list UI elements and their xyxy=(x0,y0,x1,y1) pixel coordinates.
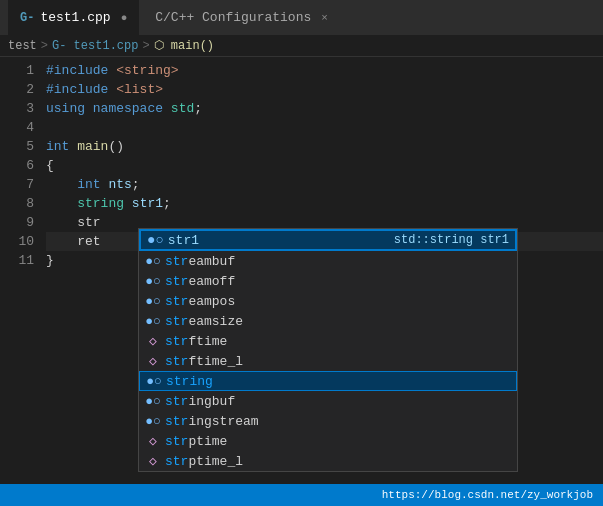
tab-close-test1cpp[interactable]: ● xyxy=(121,12,128,24)
tab-label-cpp-config: C/C++ Configurations xyxy=(155,10,311,25)
ac-item-string[interactable]: ●○ string xyxy=(139,371,517,391)
ac-label-streamsize: streamsize xyxy=(165,312,243,331)
ac-selected-label: str1 xyxy=(168,231,199,250)
ac-icon-strptime-l: ◇ xyxy=(145,452,161,471)
code-line-7: int nts; xyxy=(46,175,603,194)
breadcrumb-test[interactable]: test xyxy=(8,39,37,53)
breadcrumb-sep2: > xyxy=(142,39,149,53)
ac-icon-streampos: ●○ xyxy=(145,292,161,311)
ac-label-strftime: strftime xyxy=(165,332,227,351)
ac-icon-strftime-l: ◇ xyxy=(145,352,161,371)
indent-10 xyxy=(46,232,77,251)
breadcrumb: test > G‑ test1.cpp > ⬡ main() xyxy=(0,35,603,57)
ac-type-hint: std::string str1 xyxy=(394,231,509,250)
punct-semi7: ; xyxy=(132,175,140,194)
ac-icon-stringstream: ●○ xyxy=(145,412,161,431)
punct-parens: () xyxy=(108,137,124,156)
ac-item-streambuf[interactable]: ●○ streambuf xyxy=(139,251,517,271)
kw-namespace: namespace xyxy=(93,99,171,118)
ac-icon-streamsize: ●○ xyxy=(145,312,161,331)
ac-item-strptime-l[interactable]: ◇ strptime_l xyxy=(139,451,517,471)
punct-semi8: ; xyxy=(163,194,171,213)
code-line-1: #include <string> xyxy=(46,61,603,80)
line-num-1: 1 xyxy=(0,61,34,80)
ac-label-stringstream: stringstream xyxy=(165,412,259,431)
code-line-8: string str1; xyxy=(46,194,603,213)
ac-icon-stringbuf: ●○ xyxy=(145,392,161,411)
ac-selected-item[interactable]: ●○ str1 std::string str1 xyxy=(139,229,517,251)
ac-item-strftime[interactable]: ◇ strftime xyxy=(139,331,517,351)
kw-int-main: int xyxy=(46,137,77,156)
line-num-8: 8 xyxy=(0,194,34,213)
line-num-2: 2 xyxy=(0,80,34,99)
autocomplete-dropdown[interactable]: ●○ str1 std::string str1 ●○ streambuf ●○… xyxy=(138,228,518,472)
code-area: 1 2 3 4 5 6 7 8 9 10 11 #include <string… xyxy=(0,57,603,484)
line-num-7: 7 xyxy=(0,175,34,194)
title-bar: G‑ test1.cpp ● C/C++ Configurations × xyxy=(0,0,603,35)
punct-semi3: ; xyxy=(194,99,202,118)
ac-item-streamsize[interactable]: ●○ streamsize xyxy=(139,311,517,331)
line-num-3: 3 xyxy=(0,99,34,118)
line-num-10: 10 xyxy=(0,232,34,251)
status-url: https://blog.csdn.net/zy_workjob xyxy=(382,489,593,501)
code-line-6: { xyxy=(46,156,603,175)
ac-label-strptime-l: strptime_l xyxy=(165,452,243,471)
line-num-11: 11 xyxy=(0,251,34,270)
ac-item-strftime-l[interactable]: ◇ strftime_l xyxy=(139,351,517,371)
kw-include-1: #include xyxy=(46,61,116,80)
autocomplete-list: ●○ streambuf ●○ streamoff ●○ streampos ●… xyxy=(139,251,517,471)
var-str1: str1 xyxy=(132,194,163,213)
ac-label-strftime-l: strftime_l xyxy=(165,352,243,371)
code-line-3: using namespace std; xyxy=(46,99,603,118)
ac-icon-strptime: ◇ xyxy=(145,432,161,451)
code-ret10: ret xyxy=(77,232,100,251)
ac-label-stringbuf: stringbuf xyxy=(165,392,235,411)
cpp-icon: G‑ xyxy=(20,11,34,25)
tab-cpp-config[interactable]: C/C++ Configurations × xyxy=(143,0,340,35)
ac-item-streamoff[interactable]: ●○ streamoff xyxy=(139,271,517,291)
var-nts: nts xyxy=(108,175,131,194)
fn-main: main xyxy=(77,137,108,156)
ac-icon-strftime: ◇ xyxy=(145,332,161,351)
punct-brace-close: } xyxy=(46,251,54,270)
ac-icon-streamoff: ●○ xyxy=(145,272,161,291)
ac-label-string: string xyxy=(166,372,213,391)
line-num-4: 4 xyxy=(0,118,34,137)
line-num-6: 6 xyxy=(0,156,34,175)
kw-int-7: int xyxy=(77,175,108,194)
indent-7 xyxy=(46,175,77,194)
ac-item-stringstream[interactable]: ●○ stringstream xyxy=(139,411,517,431)
ac-label-strptime: strptime xyxy=(165,432,227,451)
code-content[interactable]: #include <string> #include <list> using … xyxy=(42,57,603,484)
breadcrumb-func[interactable]: ⬡ main() xyxy=(154,38,214,53)
ac-item-strptime[interactable]: ◇ strptime xyxy=(139,431,517,451)
indent-8 xyxy=(46,194,77,213)
type-string-8: string xyxy=(77,194,132,213)
tab-close-cpp-config[interactable]: × xyxy=(321,12,328,24)
indent-9 xyxy=(46,213,77,232)
line-numbers: 1 2 3 4 5 6 7 8 9 10 11 xyxy=(0,57,42,484)
code-line-5: int main() xyxy=(46,137,603,156)
breadcrumb-sep1: > xyxy=(41,39,48,53)
tab-label-test1cpp: test1.cpp xyxy=(40,10,110,25)
code-line-2: #include <list> xyxy=(46,80,603,99)
ac-item-stringbuf[interactable]: ●○ stringbuf xyxy=(139,391,517,411)
ac-icon-streambuf: ●○ xyxy=(145,252,161,271)
ac-label-streambuf: streambuf xyxy=(165,252,235,271)
kw-include-2: #include xyxy=(46,80,116,99)
ac-icon-string: ●○ xyxy=(146,372,162,391)
ac-selected-icon: ●○ xyxy=(147,231,164,250)
inc-list: <list> xyxy=(116,80,163,99)
breadcrumb-file[interactable]: G‑ test1.cpp xyxy=(52,39,138,53)
ac-label-streamoff: streamoff xyxy=(165,272,235,291)
inc-string: <string> xyxy=(116,61,178,80)
ns-std: std xyxy=(171,99,194,118)
line-num-9: 9 xyxy=(0,213,34,232)
ac-item-streampos[interactable]: ●○ streampos xyxy=(139,291,517,311)
tab-test1cpp[interactable]: G‑ test1.cpp ● xyxy=(8,0,139,35)
punct-brace-open: { xyxy=(46,156,54,175)
kw-using: using xyxy=(46,99,93,118)
code-line-4 xyxy=(46,118,603,137)
ac-label-streampos: streampos xyxy=(165,292,235,311)
code-str9: str xyxy=(77,213,100,232)
